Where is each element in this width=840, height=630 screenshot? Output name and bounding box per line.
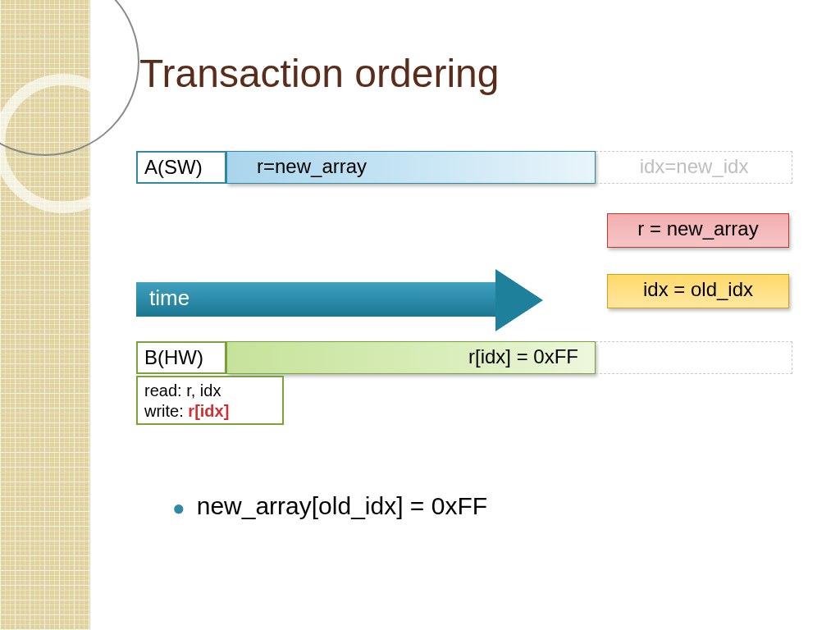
time-arrow: time xyxy=(136,272,563,330)
result-text: new_array[old_idx] = 0xFF xyxy=(197,492,487,519)
state-idx-box: idx = old_idx xyxy=(607,274,789,308)
state-r-box: r = new_array xyxy=(607,213,789,248)
arrow-head-icon xyxy=(495,269,543,331)
process-b-rw-note: read: r, idx write: r[idx] xyxy=(136,376,284,425)
process-a-action-bar: r=new_array xyxy=(226,151,596,184)
process-a-ghost-action: idx=new_idx xyxy=(596,151,792,184)
note-write-prefix: write: xyxy=(144,402,188,420)
note-write-highlight: r[idx] xyxy=(188,402,229,420)
slide-title: Transaction ordering xyxy=(139,51,499,96)
result-bullet: ●new_array[old_idx] = 0xFF xyxy=(172,492,487,521)
time-arrow-label: time xyxy=(136,282,497,317)
note-read-line: read: r, idx xyxy=(144,381,276,401)
slide-content: Transaction ordering A(SW) r=new_array i… xyxy=(90,0,840,630)
process-b-label: B(HW) xyxy=(136,341,226,374)
process-b-action-bar: r[idx] = 0xFF xyxy=(226,341,596,374)
process-b-ghost-action xyxy=(596,341,792,374)
process-a-label: A(SW) xyxy=(136,151,226,184)
decorative-sidebar xyxy=(0,0,90,630)
bullet-dot-icon: ● xyxy=(172,495,185,520)
note-write-line: write: r[idx] xyxy=(144,401,276,422)
